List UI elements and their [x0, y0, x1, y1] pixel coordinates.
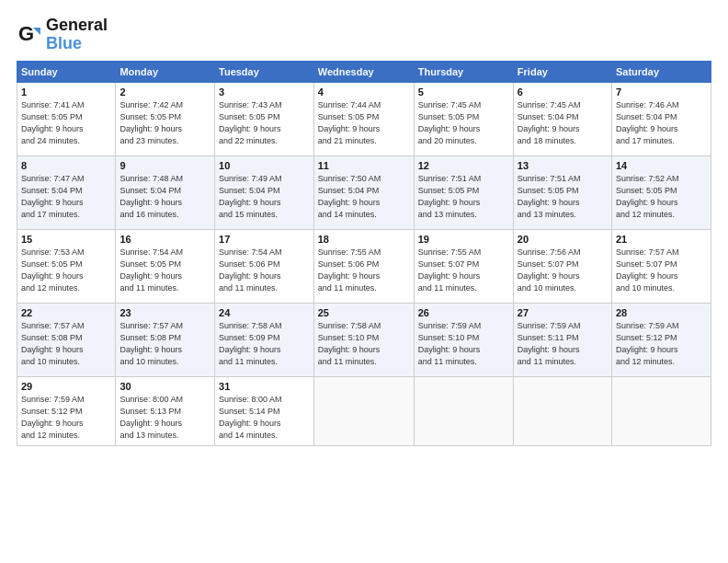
day-number: 30 [119, 381, 210, 392]
weekday-header-saturday: Saturday [611, 61, 711, 82]
calendar-cell: 26Sunrise: 7:59 AMSunset: 5:10 PMDayligh… [414, 303, 513, 376]
calendar-cell: 25Sunrise: 7:58 AMSunset: 5:10 PMDayligh… [313, 303, 414, 376]
calendar-cell: 7Sunrise: 7:46 AMSunset: 5:04 PMDaylight… [611, 82, 711, 155]
day-number: 5 [418, 86, 509, 98]
day-number: 24 [219, 307, 310, 318]
day-number: 28 [616, 307, 707, 318]
calendar-cell: 11Sunrise: 7:50 AMSunset: 5:04 PMDayligh… [313, 155, 414, 229]
day-info: Sunrise: 7:50 AMSunset: 5:04 PMDaylight:… [318, 173, 410, 221]
day-number: 11 [318, 160, 410, 171]
day-number: 23 [119, 307, 210, 318]
day-info: Sunrise: 7:42 AMSunset: 5:05 PMDaylight:… [119, 99, 210, 147]
day-number: 25 [318, 307, 410, 318]
day-info: Sunrise: 7:49 AMSunset: 5:04 PMDaylight:… [219, 173, 310, 221]
day-info: Sunrise: 7:58 AMSunset: 5:09 PMDaylight:… [219, 320, 310, 368]
day-info: Sunrise: 7:58 AMSunset: 5:10 PMDaylight:… [318, 320, 410, 368]
weekday-header-thursday: Thursday [414, 61, 513, 82]
day-info: Sunrise: 7:44 AMSunset: 5:05 PMDaylight:… [318, 99, 410, 147]
calendar-cell: 8Sunrise: 7:47 AMSunset: 5:04 PMDaylight… [17, 155, 116, 229]
logo: G General Blue [17, 17, 108, 53]
logo-icon: G [17, 22, 42, 48]
day-number: 26 [418, 307, 509, 318]
calendar-cell: 5Sunrise: 7:45 AMSunset: 5:05 PMDaylight… [414, 82, 513, 155]
weekday-header-wednesday: Wednesday [313, 61, 414, 82]
calendar-cell: 24Sunrise: 7:58 AMSunset: 5:09 PMDayligh… [215, 303, 314, 376]
day-info: Sunrise: 7:51 AMSunset: 5:05 PMDaylight:… [518, 173, 608, 221]
day-info: Sunrise: 7:57 AMSunset: 5:08 PMDaylight:… [119, 320, 210, 368]
calendar-cell: 22Sunrise: 7:57 AMSunset: 5:08 PMDayligh… [17, 303, 116, 376]
calendar-cell: 19Sunrise: 7:55 AMSunset: 5:07 PMDayligh… [414, 229, 513, 303]
day-number: 13 [518, 160, 608, 171]
day-number: 29 [21, 381, 111, 392]
calendar-cell: 10Sunrise: 7:49 AMSunset: 5:04 PMDayligh… [215, 155, 314, 229]
calendar-header-row: SundayMondayTuesdayWednesdayThursdayFrid… [17, 61, 711, 82]
calendar-cell: 9Sunrise: 7:48 AMSunset: 5:04 PMDaylight… [116, 155, 215, 229]
calendar-cell [513, 376, 611, 445]
day-info: Sunrise: 7:48 AMSunset: 5:04 PMDaylight:… [119, 173, 210, 221]
day-info: Sunrise: 7:45 AMSunset: 5:04 PMDaylight:… [518, 99, 608, 147]
calendar-cell: 18Sunrise: 7:55 AMSunset: 5:06 PMDayligh… [313, 229, 414, 303]
svg-text:G: G [18, 22, 34, 45]
day-number: 12 [418, 160, 509, 171]
day-number: 20 [518, 234, 608, 245]
day-number: 2 [119, 86, 210, 98]
calendar-cell [611, 376, 711, 445]
day-info: Sunrise: 7:56 AMSunset: 5:07 PMDaylight:… [518, 247, 608, 294]
day-number: 1 [21, 86, 111, 98]
calendar-cell: 20Sunrise: 7:56 AMSunset: 5:07 PMDayligh… [513, 229, 611, 303]
svg-marker-1 [33, 28, 40, 35]
calendar-table: SundayMondayTuesdayWednesdayThursdayFrid… [17, 61, 711, 446]
day-info: Sunrise: 8:00 AMSunset: 5:13 PMDaylight:… [119, 394, 210, 442]
calendar-cell: 13Sunrise: 7:51 AMSunset: 5:05 PMDayligh… [513, 155, 611, 229]
day-number: 7 [616, 86, 707, 98]
day-info: Sunrise: 7:54 AMSunset: 5:06 PMDaylight:… [219, 247, 310, 294]
day-number: 10 [219, 160, 310, 171]
day-number: 15 [21, 234, 111, 245]
calendar-cell [313, 376, 414, 445]
day-number: 18 [318, 234, 410, 245]
day-number: 16 [119, 234, 210, 245]
day-number: 3 [219, 86, 310, 98]
calendar-cell: 16Sunrise: 7:54 AMSunset: 5:05 PMDayligh… [116, 229, 215, 303]
day-number: 6 [518, 86, 608, 98]
day-info: Sunrise: 7:59 AMSunset: 5:12 PMDaylight:… [616, 320, 707, 368]
day-number: 8 [21, 160, 111, 171]
day-number: 9 [119, 160, 210, 171]
calendar-cell: 27Sunrise: 7:59 AMSunset: 5:11 PMDayligh… [513, 303, 611, 376]
day-info: Sunrise: 7:57 AMSunset: 5:07 PMDaylight:… [616, 247, 707, 294]
day-info: Sunrise: 7:54 AMSunset: 5:05 PMDaylight:… [119, 247, 210, 294]
calendar-cell: 1Sunrise: 7:41 AMSunset: 5:05 PMDaylight… [17, 82, 116, 155]
day-info: Sunrise: 7:43 AMSunset: 5:05 PMDaylight:… [219, 99, 310, 147]
calendar-cell: 15Sunrise: 7:53 AMSunset: 5:05 PMDayligh… [17, 229, 116, 303]
day-number: 4 [318, 86, 410, 98]
calendar-cell: 14Sunrise: 7:52 AMSunset: 5:05 PMDayligh… [611, 155, 711, 229]
weekday-header-sunday: Sunday [17, 61, 116, 82]
day-number: 22 [21, 307, 111, 318]
logo-text: General Blue [46, 17, 108, 53]
calendar-cell [414, 376, 513, 445]
day-info: Sunrise: 7:52 AMSunset: 5:05 PMDaylight:… [616, 173, 707, 221]
day-info: Sunrise: 8:00 AMSunset: 5:14 PMDaylight:… [219, 394, 310, 442]
day-info: Sunrise: 7:51 AMSunset: 5:05 PMDaylight:… [418, 173, 509, 221]
day-info: Sunrise: 7:41 AMSunset: 5:05 PMDaylight:… [21, 99, 111, 147]
day-number: 14 [616, 160, 707, 171]
calendar-container: G General Blue SundayMondayTuesdayWednes… [0, 0, 728, 563]
calendar-cell: 12Sunrise: 7:51 AMSunset: 5:05 PMDayligh… [414, 155, 513, 229]
day-info: Sunrise: 7:59 AMSunset: 5:10 PMDaylight:… [418, 320, 509, 368]
calendar-body: 1Sunrise: 7:41 AMSunset: 5:05 PMDaylight… [17, 82, 711, 445]
weekday-header-tuesday: Tuesday [215, 61, 314, 82]
day-info: Sunrise: 7:59 AMSunset: 5:11 PMDaylight:… [518, 320, 608, 368]
day-number: 31 [219, 381, 310, 392]
day-info: Sunrise: 7:55 AMSunset: 5:06 PMDaylight:… [318, 247, 410, 294]
calendar-cell: 23Sunrise: 7:57 AMSunset: 5:08 PMDayligh… [116, 303, 215, 376]
calendar-cell: 30Sunrise: 8:00 AMSunset: 5:13 PMDayligh… [116, 376, 215, 445]
calendar-cell: 28Sunrise: 7:59 AMSunset: 5:12 PMDayligh… [611, 303, 711, 376]
header: G General Blue [17, 17, 711, 53]
day-info: Sunrise: 7:53 AMSunset: 5:05 PMDaylight:… [21, 247, 111, 294]
day-info: Sunrise: 7:46 AMSunset: 5:04 PMDaylight:… [616, 99, 707, 147]
day-info: Sunrise: 7:57 AMSunset: 5:08 PMDaylight:… [21, 320, 111, 368]
day-number: 17 [219, 234, 310, 245]
day-info: Sunrise: 7:47 AMSunset: 5:04 PMDaylight:… [21, 173, 111, 221]
day-info: Sunrise: 7:55 AMSunset: 5:07 PMDaylight:… [418, 247, 509, 294]
weekday-header-friday: Friday [513, 61, 611, 82]
